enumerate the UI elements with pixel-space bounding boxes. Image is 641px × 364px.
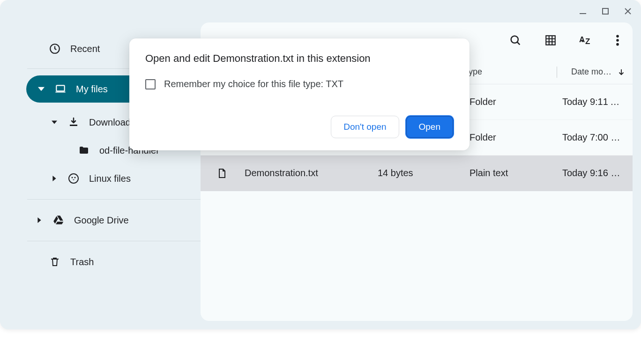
sidebar-item-linux[interactable]: Linux files <box>8 164 201 193</box>
window-close-button[interactable] <box>623 7 633 16</box>
column-date-label: Date mo… <box>571 67 611 77</box>
column-date[interactable]: Date mo… <box>557 67 626 78</box>
svg-point-21 <box>616 43 619 46</box>
cell-date: Today 9:11 AM <box>562 97 621 107</box>
svg-point-8 <box>72 177 73 178</box>
window-titlebar <box>0 0 641 22</box>
grid-icon <box>544 34 557 46</box>
cell-date: Today 7:00 … <box>562 132 621 143</box>
svg-rect-1 <box>603 8 608 14</box>
search-button[interactable] <box>509 34 522 49</box>
sidebar-label-recent: Recent <box>70 44 100 54</box>
chevron-down-icon <box>37 83 45 95</box>
download-icon <box>67 116 80 128</box>
column-divider <box>557 67 557 78</box>
chevron-right-icon <box>51 172 58 185</box>
search-icon <box>509 34 522 47</box>
clock-icon <box>49 43 61 55</box>
cell-name: Demonstration.txt <box>245 168 378 178</box>
drive-icon <box>52 214 65 226</box>
sidebar-divider <box>27 241 201 241</box>
trash-icon <box>49 256 61 268</box>
sidebar-label-trash: Trash <box>70 257 94 267</box>
sidebar-divider <box>27 199 201 200</box>
svg-point-20 <box>616 39 619 42</box>
svg-point-10 <box>511 36 518 43</box>
sidebar-item-gdrive[interactable]: Google Drive <box>8 206 201 234</box>
arrow-down-icon <box>617 68 626 76</box>
linux-icon <box>67 172 80 185</box>
window-minimize-button[interactable] <box>578 7 588 16</box>
sidebar-label-gdrive: Google Drive <box>74 215 129 226</box>
file-manager-window: Recent My files Downlo <box>0 0 641 329</box>
minimize-icon <box>579 7 587 15</box>
remember-choice-checkbox[interactable] <box>145 79 156 89</box>
maximize-icon <box>602 7 609 15</box>
folder-icon <box>78 144 90 156</box>
svg-line-11 <box>517 42 520 45</box>
cell-type: Plain text <box>470 168 562 178</box>
dialog-title: Open and edit Demonstration.txt in this … <box>145 52 454 65</box>
sidebar-item-trash[interactable]: Trash <box>8 248 201 276</box>
close-icon <box>624 7 632 15</box>
dont-open-button[interactable]: Don't open <box>331 116 399 138</box>
sort-az-icon: AZ <box>579 34 593 47</box>
svg-rect-12 <box>546 36 555 45</box>
sort-button[interactable]: AZ <box>579 34 593 49</box>
cell-date: Today 9:16 … <box>562 168 621 178</box>
svg-point-7 <box>69 174 78 183</box>
cell-type: Folder <box>470 97 562 107</box>
more-vert-icon <box>616 34 619 46</box>
more-button[interactable] <box>616 34 619 48</box>
dialog-buttons: Don't open Open <box>145 116 454 138</box>
sidebar-label-myfiles: My files <box>76 84 108 95</box>
cell-size: 14 bytes <box>378 168 470 178</box>
open-button[interactable]: Open <box>406 116 454 138</box>
laptop-icon <box>54 83 67 95</box>
svg-rect-6 <box>55 91 66 92</box>
file-icon <box>216 168 245 179</box>
chevron-down-icon <box>51 116 58 128</box>
svg-text:Z: Z <box>585 37 590 46</box>
dialog-checkbox-row[interactable]: Remember my choice for this file type: T… <box>145 79 454 89</box>
dialog-checkbox-label: Remember my choice for this file type: T… <box>164 79 343 89</box>
table-row[interactable]: Demonstration.txt 14 bytes Plain text To… <box>201 156 633 191</box>
svg-text:A: A <box>579 35 585 44</box>
svg-point-9 <box>75 177 76 178</box>
grid-view-button[interactable] <box>544 34 557 48</box>
chevron-right-icon <box>36 214 43 226</box>
cell-type: Folder <box>470 132 562 143</box>
sidebar-label-downloads: Downloads <box>89 117 135 128</box>
sidebar-label-linux: Linux files <box>89 173 131 184</box>
svg-point-19 <box>616 35 619 38</box>
open-file-dialog: Open and edit Demonstration.txt in this … <box>129 38 470 150</box>
svg-rect-5 <box>56 85 64 91</box>
window-maximize-button[interactable] <box>601 7 610 16</box>
column-type[interactable]: Type <box>464 67 557 77</box>
